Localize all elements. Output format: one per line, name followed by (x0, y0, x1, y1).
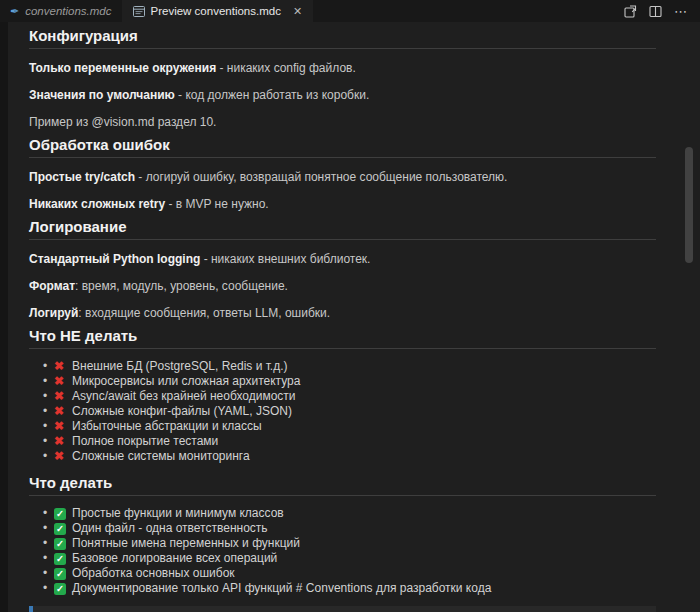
tab-label: Preview conventions.mdc (151, 5, 281, 17)
cross-mark-icon: ✖ (54, 389, 64, 404)
bullet: • (43, 449, 47, 464)
paragraph-text: - никаких внешних библиотек. (200, 252, 370, 266)
editor-window: ✒ conventions.mdc Preview conventions.md… (0, 0, 700, 612)
section-heading: Что НЕ делать (29, 327, 656, 349)
list-item: •✖Полное покрытие тестами (29, 434, 656, 449)
paragraph-text: - в MVP не нужно. (165, 197, 269, 211)
bullet: • (43, 566, 47, 581)
list-item-text: Понятные имена переменных и функций (72, 536, 300, 550)
list-item-text: Async/await без крайней необходимости (72, 389, 296, 403)
vertical-scrollbar-thumb[interactable] (685, 147, 693, 263)
paragraph: Только переменные окружения - никаких co… (29, 61, 656, 76)
list-item-text: Базовое логирование всех операций (72, 551, 277, 565)
section-heading: Конфигурация (29, 27, 656, 49)
bullet: • (43, 536, 47, 551)
paragraph-text: : входящие сообщения, ответы LLM, ошибки… (78, 306, 330, 320)
list-item: •✖Async/await без крайней необходимости (29, 389, 656, 404)
check-mark-icon: ✓ (54, 553, 66, 565)
list-item-text: Обработка основных ошибок (72, 566, 235, 580)
list-item: •✓Понятные имена переменных и функций (29, 536, 656, 551)
close-tab-icon[interactable]: ✕ (293, 5, 302, 18)
cross-mark-icon: ✖ (54, 449, 64, 464)
markdown-content: Конфигурация Только переменные окружения… (8, 22, 700, 612)
tab-preview-conventions-mdc[interactable]: Preview conventions.mdc ✕ (123, 0, 314, 22)
cross-mark-icon: ✖ (54, 434, 64, 449)
bullet: • (43, 359, 47, 374)
list-item: •✓Базовое логирование всех операций (29, 551, 656, 566)
list-item: •✓Обработка основных ошибок (29, 566, 656, 581)
bullet: • (43, 506, 47, 521)
check-mark-icon: ✓ (54, 568, 66, 580)
list-item: •✖Избыточные абстракции и классы (29, 419, 656, 434)
tab-conventions-mdc[interactable]: ✒ conventions.mdc (0, 0, 123, 22)
more-actions-icon[interactable]: ⋯ (674, 5, 688, 18)
list-item-text: Микросервисы или сложная архитектура (72, 374, 300, 388)
list-item-text: Внешние БД (PostgreSQL, Redis и т.д.) (72, 359, 288, 373)
do-list: •✓Простые функции и минимум классов •✓Од… (29, 506, 656, 596)
bullet: • (43, 551, 47, 566)
list-item: •✖Микросервисы или сложная архитектура (29, 374, 656, 389)
blockquote: Базовые принципы и технологии описаны в … (29, 606, 656, 612)
check-mark-icon: ✓ (54, 523, 66, 535)
split-editor-icon[interactable] (649, 5, 662, 18)
bullet: • (43, 404, 47, 419)
bullet: • (43, 419, 47, 434)
list-item-text: Документирование только API функций # Co… (72, 581, 491, 595)
paragraph: Значения по умолчанию - код должен работ… (29, 88, 656, 103)
dont-list: •✖Внешние БД (PostgreSQL, Redis и т.д.) … (29, 359, 656, 464)
markdown-preview-icon (133, 6, 145, 17)
list-item-text: Один файл - одна ответственность (72, 521, 268, 535)
tab-bar: ✒ conventions.mdc Preview conventions.md… (0, 0, 700, 22)
tab-label: conventions.mdc (25, 5, 111, 17)
paragraph-lead: Простые try/catch (29, 170, 135, 184)
bullet: • (43, 374, 47, 389)
cross-mark-icon: ✖ (54, 374, 64, 389)
section-heading: Обработка ошибок (29, 136, 656, 158)
edit-source-icon[interactable] (624, 5, 637, 18)
cross-mark-icon: ✖ (54, 419, 64, 434)
tab-bar-spacer (313, 0, 612, 22)
list-item: •✓Документирование только API функций # … (29, 581, 656, 596)
cross-mark-icon: ✖ (54, 359, 64, 374)
paragraph-text: - код должен работать из коробки. (175, 88, 369, 102)
mdc-file-icon: ✒ (10, 6, 19, 17)
paragraph-text: - логируй ошибку, возвращай понятное соо… (135, 170, 507, 184)
paragraph-lead: Стандартный Python logging (29, 252, 200, 266)
section-heading: Логирование (29, 218, 656, 240)
paragraph-lead: Формат (29, 279, 75, 293)
list-item-text: Сложные конфиг-файлы (YAML, JSON) (72, 404, 292, 418)
list-item: •✖Сложные системы мониторинга (29, 449, 656, 464)
paragraph-text: : время, модуль, уровень, сообщение. (75, 279, 288, 293)
bullet: • (43, 521, 47, 536)
paragraph-lead: Логируй (29, 306, 78, 320)
paragraph: Стандартный Python logging - никаких вне… (29, 252, 656, 267)
list-item: •✓Простые функции и минимум классов (29, 506, 656, 521)
pane-left-gutter (0, 22, 8, 612)
list-item-text: Избыточные абстракции и классы (72, 419, 262, 433)
list-item: •✖Сложные конфиг-файлы (YAML, JSON) (29, 404, 656, 419)
paragraph: Формат: время, модуль, уровень, сообщени… (29, 279, 656, 294)
section-heading: Что делать (29, 474, 656, 496)
list-item-text: Простые функции и минимум классов (72, 506, 284, 520)
paragraph: Логируй: входящие сообщения, ответы LLM,… (29, 306, 656, 321)
paragraph-lead: Значения по умолчанию (29, 88, 175, 102)
paragraph-lead: Никаких сложных retry (29, 197, 165, 211)
list-item-text: Полное покрытие тестами (72, 434, 218, 448)
paragraph-text: Пример из @vision.md раздел 10. (29, 115, 216, 129)
paragraph-text: - никаких config файлов. (216, 61, 356, 75)
paragraph: Простые try/catch - логируй ошибку, возв… (29, 170, 656, 185)
paragraph: Пример из @vision.md раздел 10. (29, 115, 656, 130)
paragraph: Никаких сложных retry - в MVP не нужно. (29, 197, 656, 212)
list-item: •✖Внешние БД (PostgreSQL, Redis и т.д.) (29, 359, 656, 374)
paragraph-lead: Только переменные окружения (29, 61, 216, 75)
markdown-preview-pane: Конфигурация Только переменные окружения… (0, 22, 700, 612)
list-item: •✓Один файл - одна ответственность (29, 521, 656, 536)
check-mark-icon: ✓ (54, 538, 66, 550)
editor-actions: ⋯ (612, 0, 700, 22)
list-item-text: Сложные системы мониторинга (72, 449, 250, 463)
cross-mark-icon: ✖ (54, 404, 64, 419)
check-mark-icon: ✓ (54, 583, 66, 595)
bullet: • (43, 434, 47, 449)
bullet: • (43, 581, 47, 596)
bullet: • (43, 389, 47, 404)
